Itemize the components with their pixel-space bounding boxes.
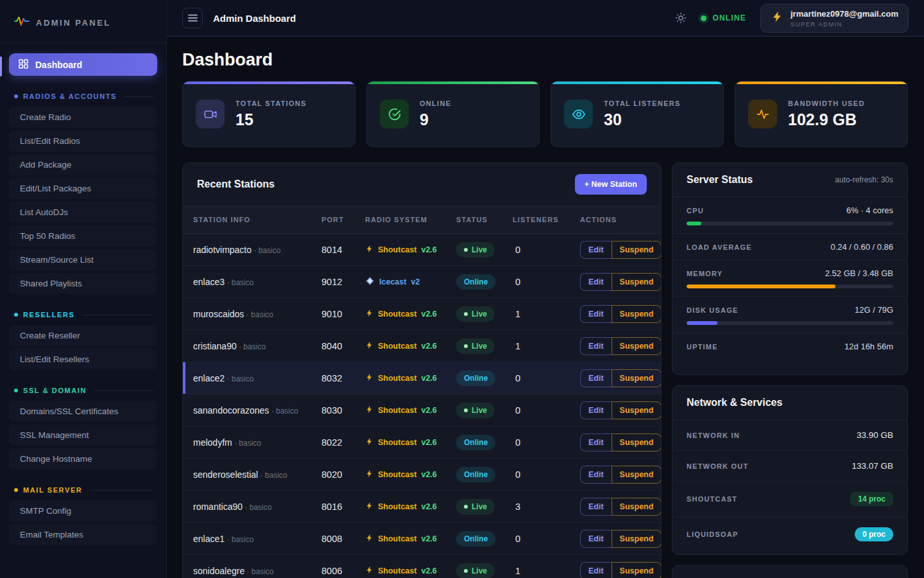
active-indicator [0,57,2,76]
topbar-title: Admin Dashboard [213,13,296,24]
new-station-button[interactable]: + New Station [575,174,647,195]
actions-cell: EditSuspend [580,562,662,578]
grid-icon [19,59,28,71]
system-name: Shoutcast [378,374,416,383]
listeners-cell: 0 [513,277,580,287]
sidebar-item-list-edit-resellers[interactable]: List/Edit Resellers [9,349,157,370]
radio-system-cell: Shoutcastv2.6 [365,405,456,416]
station-name: sonidoalegre [193,566,244,576]
network-label: NETWORK IN [687,432,740,439]
actions-cell: EditSuspend [580,498,662,516]
sidebar-item-add-package[interactable]: Add Package [9,154,157,175]
sidebar-item-smtp-config[interactable]: SMTP Config [9,500,157,521]
edit-button[interactable]: Edit [580,498,612,516]
edit-button[interactable]: Edit [580,562,612,578]
user-menu[interactable]: jrmartinez0978@gmail.com SUPER ADMIN [760,4,909,33]
status-dot-icon [464,248,468,252]
suspend-button[interactable]: Suspend [612,401,662,419]
station-info-cell: melodyfm · basico [193,437,321,448]
system-name: Shoutcast [378,406,416,415]
sidebar-item-list-autodjs[interactable]: List AutoDJs [9,202,157,223]
suspend-button[interactable]: Suspend [612,369,662,387]
hamburger-menu-button[interactable] [182,8,203,28]
sidebar-item-email-templates[interactable]: Email Templates [9,524,157,545]
suspend-button[interactable]: Suspend [612,305,662,323]
sidebar-item-create-radio[interactable]: Create Radio [9,107,157,128]
network-row-network-out: NETWORK OUT133.07 GB [672,451,907,482]
suspend-button[interactable]: Suspend [612,337,662,355]
system-version: v2.6 [421,245,436,254]
sidebar-item-list-edit-radios[interactable]: List/Edit Radios [9,130,157,152]
sidebar-item-top-50-radios[interactable]: Top 50 Radios [9,225,157,247]
status-badge: Live [456,563,495,578]
bullet-icon [14,488,18,492]
actions-cell: EditSuspend [580,305,662,323]
sidebar-item-stream-source-list[interactable]: Stream/Source List [9,249,157,270]
edit-button[interactable]: Edit [580,434,612,451]
status-dot-icon [464,408,468,412]
edit-button[interactable]: Edit [580,530,612,548]
system-version: v2.6 [421,470,436,479]
network-label: SHOUTCAST [687,495,737,503]
suspend-button[interactable]: Suspend [612,434,662,451]
status-cell: Live [456,242,513,258]
stat-value: 30 [604,110,681,129]
station-info-cell: enlace3 · basico [193,276,321,288]
sidebar-item-dashboard[interactable]: Dashboard [9,53,157,76]
status-cell: Live [456,499,513,514]
icecast-icon [365,276,375,288]
edit-button[interactable]: Edit [580,273,612,291]
edit-button[interactable]: Edit [580,305,612,323]
page-title: Dashboard [182,50,909,70]
shoutcast-bolt-icon [365,372,373,384]
shoutcast-bolt-icon [365,340,373,352]
right-column: Server Status auto-refresh: 30s CPU6% · … [672,162,908,578]
suspend-button[interactable]: Suspend [612,241,662,259]
brand-name: ADMIN PANEL [36,18,111,28]
topbar: Admin Dashboard ONLINE jrmartinez0978@gm… [167,0,924,37]
suspend-button[interactable]: Suspend [612,273,662,291]
recent-stations-panel: Recent Stations + New Station STATION IN… [182,162,662,578]
theme-toggle-sun-icon[interactable] [675,12,687,24]
status-badge: Online [456,531,495,547]
station-plan: · basico [225,374,253,383]
edit-button[interactable]: Edit [580,241,612,259]
server-metric-memory: MEMORY2.52 GB / 3.48 GB [672,260,907,297]
network-row-liquidsoap: LIQUIDSOAP0 proc [672,517,907,552]
status-badge: Online [456,371,495,386]
station-plan: · basico [258,471,287,480]
bullet-icon [14,313,18,317]
suspend-button[interactable]: Suspend [612,530,662,548]
shoutcast-bolt-icon [365,308,373,320]
suspend-button[interactable]: Suspend [612,562,662,578]
suspend-button[interactable]: Suspend [612,498,662,516]
status-cell: Online [456,274,513,290]
metric-label: LOAD AVERAGE [687,243,752,251]
station-name: melodyfm [193,437,232,448]
suspend-button[interactable]: Suspend [612,466,662,484]
section-divider-line [94,390,153,391]
edit-button[interactable]: Edit [580,337,612,355]
listeners-cell: 1 [513,341,580,351]
sidebar-item-edit-list-packages[interactable]: Edit/List Packages [9,178,157,199]
server-metric-disk-usage: DISK USAGE12G / 79G [672,297,907,333]
sidebar-item-ssl-management[interactable]: SSL Management [9,425,157,446]
status-cell: Live [456,403,513,418]
status-badge: Live [456,306,495,322]
sidebar-item-shared-playlists[interactable]: Shared Playlists [9,273,157,294]
sidebar-section-header-ssl-domain: SSL & DOMAIN [14,387,153,394]
status-dot-icon [464,312,468,316]
table-row: senderoselestial · basico8020Shoutcastv2… [183,459,661,491]
server-online-status: ONLINE [701,13,746,22]
waveform-logo-icon [14,15,30,30]
sidebar-item-change-hostname[interactable]: Change Hostname [9,448,157,469]
stats-row: TOTAL STATIONS15ONLINE9TOTAL LISTENERS30… [182,81,909,147]
sidebar-item-domains-ssl-certificates[interactable]: Domains/SSL Certificates [9,401,157,422]
stat-label: TOTAL LISTENERS [604,100,681,107]
edit-button[interactable]: Edit [580,466,612,484]
progress-track [687,285,893,288]
edit-button[interactable]: Edit [580,401,612,419]
sidebar-item-create-reseller[interactable]: Create Reseller [9,325,157,346]
edit-button[interactable]: Edit [580,369,612,387]
station-plan: · basico [244,567,273,576]
